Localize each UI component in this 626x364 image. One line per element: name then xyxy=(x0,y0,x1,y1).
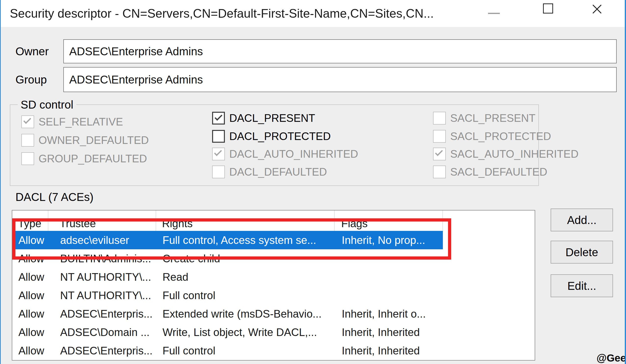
close-icon[interactable] xyxy=(591,3,603,15)
cell-rights: Full control xyxy=(162,341,215,360)
checkbox-label-sacl-protected: SACL_PROTECTED xyxy=(450,130,551,143)
check-icon xyxy=(435,148,443,156)
cell-type: Allow xyxy=(18,323,44,341)
checkbox-sacl-auto-inherited xyxy=(433,148,446,161)
cell-rights: Read xyxy=(162,268,188,286)
checkbox-sacl-defaulted xyxy=(433,165,446,178)
cell-trustee: NT AUTHORITY\... xyxy=(60,268,151,286)
group-label: Group xyxy=(15,67,47,92)
group-value: ADSEC\Enterprise Admins xyxy=(69,73,203,86)
window-border-left xyxy=(0,0,1,364)
minimize-icon[interactable] xyxy=(488,13,500,14)
maximize-icon[interactable] xyxy=(543,3,553,13)
cell-rights: Write, List object, Write DACL,... xyxy=(162,323,317,341)
checkbox-label-dacl-auto-inherited: DACL_AUTO_INHERITED xyxy=(229,148,358,161)
checkbox-sacl-protected xyxy=(433,130,446,143)
watermark: @Geekby xyxy=(596,352,626,364)
cell-type: Allow xyxy=(18,268,44,286)
title-bar: Security descriptor - CN=Servers,CN=Defa… xyxy=(0,0,626,27)
cell-flags: Inherit, Inherit o... xyxy=(342,305,426,323)
table-row[interactable]: Allow ADSEC\Enterpris... Extended write … xyxy=(13,305,534,323)
checkbox-label-dacl-defaulted: DACL_DEFAULTED xyxy=(229,165,327,178)
red-highlight-annotation xyxy=(12,218,451,260)
cell-trustee: ADSEC\Enterpris... xyxy=(60,341,153,360)
checkbox-dacl-protected[interactable] xyxy=(212,130,225,143)
cell-trustee: ADSEC\Enterpris... xyxy=(60,305,153,323)
check-icon xyxy=(215,113,222,121)
cell-type: Allow xyxy=(18,341,44,360)
checkbox-label-dacl-protected: DACL_PROTECTED xyxy=(229,130,331,143)
sd-control-legend: SD control xyxy=(18,98,76,111)
checkbox-label-dacl-present: DACL_PRESENT xyxy=(229,112,315,124)
checkbox-sacl-present xyxy=(433,112,446,124)
add-button[interactable]: Add... xyxy=(551,208,613,231)
checkbox-label-sacl-auto-inherited: SACL_AUTO_INHERITED xyxy=(450,148,578,161)
check-icon xyxy=(23,116,31,124)
cell-flags: Inherit, Inherited xyxy=(342,341,420,360)
checkbox-label-sacl-present: SACL_PRESENT xyxy=(450,112,535,124)
cell-flags: Inherit, Inherited xyxy=(342,323,420,341)
cell-rights: Extended write (msDS-Behavio... xyxy=(162,305,322,323)
checkbox-dacl-defaulted xyxy=(212,165,225,178)
cell-rights: Full control xyxy=(162,286,215,305)
delete-button[interactable]: Delete xyxy=(551,241,613,264)
cell-type: Allow xyxy=(18,305,44,323)
table-row[interactable]: Allow NT AUTHORITY\... Read xyxy=(13,268,534,286)
table-row[interactable]: Allow ADSEC\Domain ... Write, List objec… xyxy=(13,323,534,341)
table-row[interactable]: Allow ADSEC\Enterpris... Full control In… xyxy=(13,341,534,360)
checkbox-label-group-defaulted: GROUP_DEFAULTED xyxy=(39,152,147,165)
dacl-count-label: DACL (7 ACEs) xyxy=(15,189,94,205)
checkbox-group-defaulted xyxy=(21,152,34,165)
cell-trustee: NT AUTHORITY\... xyxy=(60,286,151,305)
checkbox-label-sacl-defaulted: SACL_DEFAULTED xyxy=(450,165,547,178)
group-field[interactable]: ADSEC\Enterprise Admins xyxy=(63,67,617,92)
checkbox-label-self-relative: SELF_RELATIVE xyxy=(39,116,123,128)
owner-value: ADSEC\Enterprise Admins xyxy=(69,45,203,58)
check-icon xyxy=(214,148,222,156)
owner-label: Owner xyxy=(15,39,49,63)
cell-trustee: ADSEC\Domain ... xyxy=(60,323,150,341)
cell-type: Allow xyxy=(18,286,44,305)
table-row[interactable]: Allow NT AUTHORITY\... Full control xyxy=(13,286,534,305)
edit-button[interactable]: Edit... xyxy=(551,274,613,297)
checkbox-dacl-present[interactable] xyxy=(212,112,225,124)
window-title: Security descriptor - CN=Servers,CN=Defa… xyxy=(10,0,434,27)
checkbox-owner-defaulted xyxy=(21,134,34,147)
checkbox-dacl-auto-inherited xyxy=(212,148,225,161)
checkbox-self-relative xyxy=(21,116,34,128)
checkbox-label-owner-defaulted: OWNER_DEFAULTED xyxy=(39,134,149,147)
owner-field[interactable]: ADSEC\Enterprise Admins xyxy=(63,39,617,63)
window-border-right xyxy=(625,0,626,364)
